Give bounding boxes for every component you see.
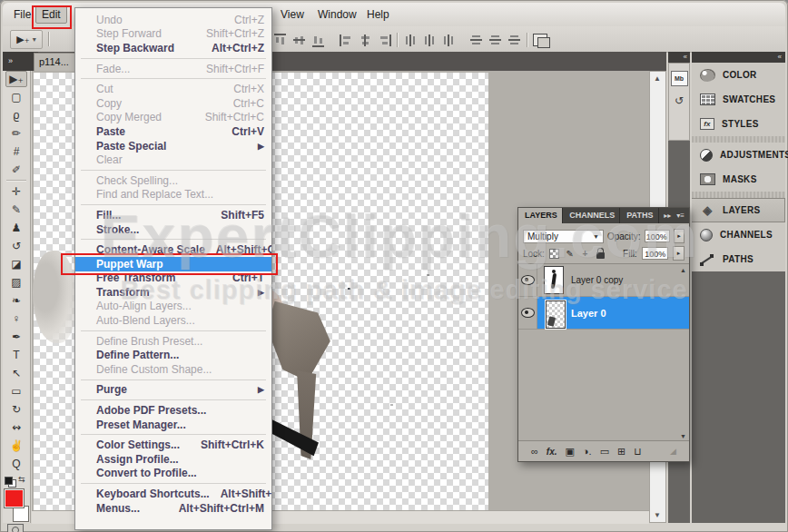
menu-help[interactable]: Help [361, 6, 395, 23]
new-layer-icon[interactable]: ⊞ [617, 446, 625, 458]
resize-grip-icon[interactable]: ◢ [670, 447, 676, 456]
eyedropper-tool-icon[interactable]: ✐ [5, 162, 27, 178]
menu-item-free-transform[interactable]: Free TransformCtrl+T [75, 271, 271, 286]
list-scroll-up-icon[interactable]: ▲ [680, 267, 686, 273]
fill-slider-button[interactable]: ▸ [673, 246, 685, 261]
tab-paths[interactable]: PATHS [620, 208, 659, 223]
menu-item-check-spelling[interactable]: Check Spelling... [75, 173, 271, 188]
scroll-down-arrow-icon[interactable]: ▼ [654, 511, 661, 519]
new-group-icon[interactable]: ▭ [600, 446, 609, 458]
menu-item-fill[interactable]: Fill...Shift+F5 [75, 208, 271, 222]
menu-item-copy[interactable]: CopyCtrl+C [75, 96, 271, 111]
gradient-tool-icon[interactable]: ▨ [5, 274, 27, 291]
menu-item-color-settings[interactable]: Color Settings...Shift+Ctrl+K [75, 438, 271, 452]
mini-bridge-button[interactable]: Mb [671, 71, 688, 86]
dock-panel-channels[interactable]: CHANNELS [692, 222, 785, 247]
swap-colors-icon[interactable]: ⇆ [18, 475, 25, 484]
document-tab[interactable]: p114... [34, 53, 75, 71]
menu-item-menus[interactable]: Menus...Alt+Shift+Ctrl+M [75, 501, 271, 516]
menu-edit[interactable]: Edit [35, 5, 67, 24]
link-layers-icon[interactable]: ∞ [531, 446, 538, 457]
menu-item-keyboard-shortcuts[interactable]: Keyboard Shortcuts...Alt+Shift+Ctrl+K [75, 487, 271, 501]
visibility-cell[interactable] [518, 297, 537, 330]
rectangular-marquee-tool-icon[interactable]: ▢ [5, 89, 27, 105]
tab-layers[interactable]: LAYERS [518, 208, 563, 223]
dist-hcenter-icon[interactable] [488, 34, 502, 46]
menu-item-preset-manager[interactable]: Preset Manager... [75, 418, 271, 432]
menu-item-adobe-pdf-presets[interactable]: Adobe PDF Presets... [75, 403, 271, 418]
lasso-tool-icon[interactable]: ϱ [5, 107, 27, 123]
strip-collapse-header[interactable]: « [668, 52, 690, 63]
dodge-tool-icon[interactable]: ♀ [5, 310, 27, 327]
panel-expand-icon[interactable]: ▸▸ [664, 212, 671, 220]
dist-right-icon[interactable] [507, 34, 521, 46]
dist-bottom-icon[interactable] [442, 34, 454, 47]
zoom-tool-icon[interactable]: Q [5, 456, 27, 472]
align-top-icon[interactable] [274, 34, 286, 47]
dock-panel-layers[interactable]: ◈LAYERS [692, 198, 785, 222]
move-tool-icon[interactable]: ▶₊ [5, 71, 27, 87]
visibility-cell[interactable] [518, 264, 537, 297]
dock-panel-swatches[interactable]: SWATCHES [692, 87, 785, 112]
3d-orbit-tool-icon[interactable]: ↭ [5, 419, 27, 436]
eye-icon[interactable] [521, 275, 535, 285]
tool-preset-picker[interactable]: ▶₊ ▾ [10, 30, 43, 49]
healing-brush-tool-icon[interactable]: ✛ [5, 183, 27, 200]
dist-top-icon[interactable] [404, 34, 416, 47]
menu-window[interactable]: Window [312, 6, 362, 23]
align-bottom-icon[interactable] [312, 34, 324, 47]
blend-mode-select[interactable]: Multiply ▼ [523, 230, 604, 243]
menu-item-copy-merged[interactable]: Copy MergedShift+Ctrl+C [75, 111, 271, 125]
quick-selection-tool-icon[interactable]: ✏ [5, 125, 27, 142]
3d-rotate-tool-icon[interactable]: ↻ [5, 401, 27, 418]
menu-item-define-pattern[interactable]: Define Pattern... [75, 348, 271, 362]
menu-item-undo[interactable]: UndoCtrl+Z [75, 13, 271, 27]
menu-item-step-backward[interactable]: Step BackwardAlt+Ctrl+Z [75, 41, 271, 55]
layer-name[interactable]: Layer 0 copy [571, 275, 623, 285]
tab-channels[interactable]: CHANNELS [563, 208, 620, 223]
opacity-input[interactable]: 100% [645, 230, 670, 242]
lock-pixels-icon[interactable]: ✎ [565, 248, 576, 259]
history-button[interactable]: ↺ [672, 94, 687, 107]
layer-thumbnail[interactable] [544, 266, 564, 294]
lock-position-icon[interactable]: + [580, 248, 591, 259]
lock-transparency-icon[interactable] [549, 249, 559, 259]
quick-mask-button[interactable] [7, 524, 24, 532]
clone-stamp-tool-icon[interactable]: ♟ [5, 220, 27, 236]
path-selection-tool-icon[interactable]: ↖ [5, 365, 27, 381]
panel-menu-icon[interactable]: ▾≡ [676, 212, 685, 220]
menu-item-paste-special[interactable]: Paste Special▶ [75, 139, 271, 153]
hand-tool-icon[interactable]: ✌ [5, 438, 27, 454]
menu-item-content-aware-scale[interactable]: Content-Aware ScaleAlt+Shift+Ctrl+C [75, 242, 271, 257]
align-right-icon[interactable] [378, 34, 391, 46]
align-left-icon[interactable] [340, 34, 353, 46]
menu-item-auto-blend-layers[interactable]: Auto-Blend Layers... [75, 313, 271, 328]
align-hcenter-icon[interactable] [359, 34, 372, 46]
align-vcenter-icon[interactable] [293, 34, 305, 47]
dock-panel-paths[interactable]: PATHS [692, 247, 785, 271]
brush-tool-icon[interactable]: ✎ [5, 202, 27, 218]
rectangle-tool-icon[interactable]: ▭ [5, 383, 27, 399]
dock-panel-color[interactable]: COLOR [692, 63, 785, 87]
menu-file[interactable]: File [8, 6, 36, 23]
lock-all-icon[interactable] [596, 252, 605, 259]
crop-tool-icon[interactable]: # [5, 143, 27, 160]
layer-name[interactable]: Layer 0 [571, 308, 606, 319]
menu-item-convert-to-profile[interactable]: Convert to Profile... [75, 467, 271, 481]
menu-item-transform[interactable]: Transform▶ [75, 285, 271, 300]
menu-item-define-custom-shape[interactable]: Define Custom Shape... [75, 362, 271, 377]
menu-item-paste[interactable]: PasteCtrl+V [75, 124, 271, 139]
auto-align-icon[interactable] [533, 34, 547, 46]
pen-tool-icon[interactable]: ✒ [5, 329, 27, 345]
delete-layer-icon[interactable]: ⊔ [634, 446, 642, 458]
eraser-tool-icon[interactable]: ◪ [5, 256, 27, 272]
dock-panel-styles[interactable]: fxSTYLES [692, 112, 785, 136]
list-scroll-down-icon[interactable]: ▼ [680, 433, 686, 439]
menu-item-step-forward[interactable]: Step ForwardShift+Ctrl+Z [75, 27, 271, 42]
menu-item-purge[interactable]: Purge▶ [75, 383, 271, 398]
dist-vcenter-icon[interactable] [423, 34, 435, 47]
menu-item-stroke[interactable]: Stroke... [75, 222, 271, 237]
menu-item-puppet-warp[interactable]: Puppet Warp [75, 257, 271, 271]
menu-item-assign-profile[interactable]: Assign Profile... [75, 452, 271, 467]
menu-item-define-brush-preset[interactable]: Define Brush Preset... [75, 334, 271, 349]
